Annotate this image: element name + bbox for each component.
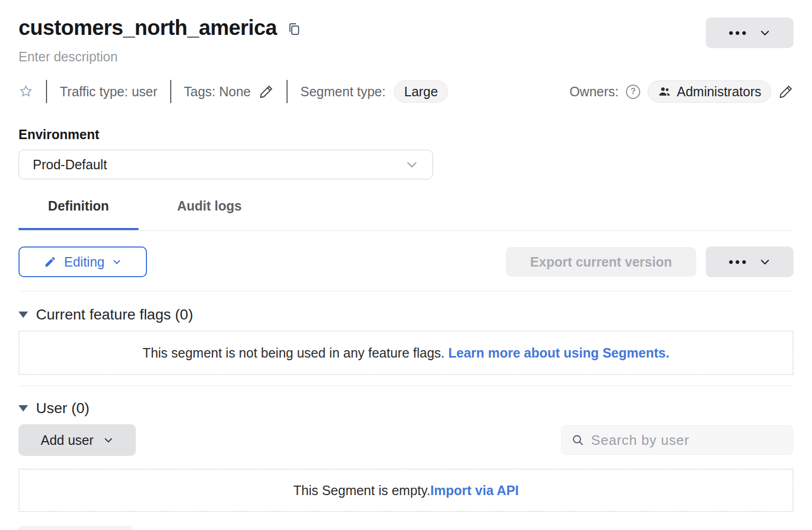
add-user-label: Add user	[41, 433, 94, 448]
user-empty-text: This Segment is empty.	[293, 483, 430, 498]
meta-row: Traffic type: user Tags: None Segment ty…	[19, 79, 793, 104]
environment-select[interactable]: Prod-Default	[19, 150, 433, 179]
search-input[interactable]	[591, 432, 783, 449]
definition-toolbar: Editing Export current version •••	[19, 246, 793, 277]
chevron-down-icon	[759, 27, 771, 39]
divider	[46, 80, 47, 103]
help-icon[interactable]: ?	[626, 85, 640, 99]
user-empty-state: This Segment is empty.Import via API	[19, 469, 793, 512]
tab-audit-logs[interactable]: Audit logs	[139, 198, 280, 230]
chevron-down-icon	[103, 435, 114, 445]
divider	[287, 80, 288, 103]
feature-flags-section-header[interactable]: Current feature flags (0)	[19, 306, 793, 323]
chevron-down-icon	[759, 256, 771, 268]
user-controls-row: Add user	[19, 424, 793, 456]
collapse-triangle-icon	[19, 312, 28, 318]
divider	[19, 291, 793, 291]
collapse-triangle-icon	[19, 405, 28, 412]
header-more-actions-button[interactable]: •••	[706, 17, 793, 48]
owners-badge[interactable]: Administrators	[648, 80, 771, 103]
feature-flags-empty-state: This segment is not being used in any fe…	[19, 331, 793, 375]
segment-detail-page: customers_north_america ••• Enter descri…	[0, 0, 812, 530]
editing-label: Editing	[64, 254, 104, 270]
feature-flags-heading: Current feature flags (0)	[36, 306, 193, 323]
chevron-down-icon	[112, 257, 122, 267]
ellipsis-icon: •••	[728, 255, 748, 268]
tab-bar: Definition Audit logs	[19, 198, 793, 231]
learn-more-link[interactable]: Learn more about using Segments.	[448, 345, 669, 360]
import-via-api-link[interactable]: Import via API	[430, 483, 519, 498]
editing-mode-button[interactable]: Editing	[19, 246, 147, 277]
tab-definition[interactable]: Definition	[19, 198, 139, 230]
environment-label: Environment	[19, 127, 793, 142]
description-field[interactable]: Enter description	[19, 49, 793, 65]
owners-label: Owners:	[569, 84, 619, 99]
star-favorite-icon[interactable]	[19, 84, 33, 99]
page-title: customers_north_america	[19, 16, 277, 40]
export-current-version-button[interactable]: Export current version	[506, 247, 696, 277]
segment-type-badge: Large	[394, 80, 448, 103]
partially-visible-element	[19, 526, 132, 530]
user-section-header[interactable]: User (0)	[19, 400, 793, 417]
segment-type-label: Segment type:	[300, 84, 385, 99]
segment-type-item: Segment type: Large	[300, 80, 448, 103]
ellipsis-icon: •••	[728, 26, 748, 39]
edit-owners-pencil-icon[interactable]	[779, 84, 793, 99]
tags-label: Tags: None	[184, 84, 251, 99]
feature-flags-empty-text: This segment is not being used in any fe…	[143, 345, 448, 360]
people-icon	[658, 85, 671, 98]
user-search-box[interactable]	[561, 425, 793, 455]
divider	[170, 80, 171, 103]
pencil-icon	[44, 255, 57, 268]
search-icon	[571, 433, 585, 447]
copy-icon[interactable]	[287, 21, 301, 37]
divider	[19, 386, 793, 386]
tags-item: Tags: None	[184, 84, 274, 99]
add-user-button[interactable]: Add user	[19, 424, 136, 456]
title-row: customers_north_america	[19, 0, 793, 40]
toolbar-right-group: Export current version •••	[506, 246, 793, 277]
edit-tags-pencil-icon[interactable]	[259, 84, 274, 99]
owners-value: Administrators	[677, 84, 761, 99]
owners-group: Owners: ? Administrators	[569, 80, 793, 103]
definition-more-actions-button[interactable]: •••	[706, 246, 793, 277]
traffic-type-label: Traffic type: user	[60, 84, 158, 99]
user-heading: User (0)	[36, 400, 89, 417]
environment-selected-value: Prod-Default	[33, 157, 405, 172]
chevron-down-icon	[405, 158, 419, 171]
